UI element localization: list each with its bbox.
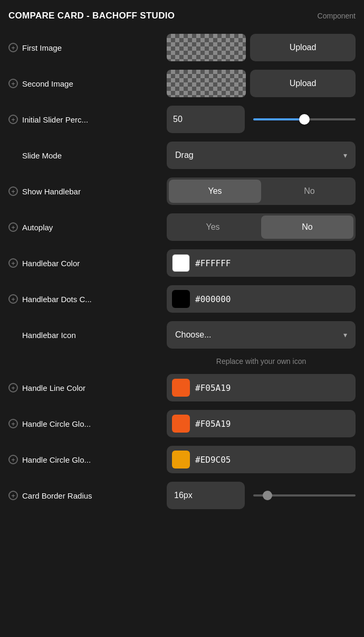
handlebar-color-plus-icon[interactable]: +: [8, 258, 18, 268]
handlebar-color-control: #FFFFFF: [167, 249, 356, 277]
initial-slider-plus-icon[interactable]: +: [8, 115, 18, 124]
slide-mode-control: Drag ▾: [167, 142, 356, 169]
handle-circle-glo1-label: + Handle Circle Glo...: [8, 419, 167, 428]
first-image-control: Upload: [167, 34, 356, 61]
show-handlebar-yes-button[interactable]: Yes: [169, 180, 261, 203]
handlebar-color-label: + Handlebar Color: [8, 258, 167, 268]
show-handlebar-no-button[interactable]: No: [263, 177, 356, 205]
first-image-label: + First Image: [8, 43, 167, 52]
handle-circle-glo1-control: #F05A19: [167, 410, 356, 437]
autoplay-toggle-group: Yes No: [167, 213, 356, 241]
handlebar-icon-value: Choose...: [175, 330, 211, 340]
handle-circle-glo2-label: + Handle Circle Glo...: [8, 455, 167, 464]
handlebar-icon-dropdown[interactable]: Choose... ▾: [167, 321, 356, 349]
slide-mode-chevron-down-icon: ▾: [343, 151, 347, 160]
show-handlebar-control: Yes No: [167, 177, 356, 205]
handlebar-dots-label-text: Handlebar Dots C...: [22, 295, 92, 304]
card-border-radius-plus-icon[interactable]: +: [8, 491, 18, 500]
handle-circle-glo2-plus-icon[interactable]: +: [8, 455, 18, 464]
handlebar-icon-row: Handlebar Icon Choose... ▾: [8, 321, 356, 349]
handle-circle-glo1-input-wrap: #F05A19: [167, 410, 356, 437]
handlebar-dots-label: + Handlebar Dots C...: [8, 294, 167, 304]
first-image-plus-icon[interactable]: +: [8, 43, 18, 52]
handlebar-color-value: #FFFFFF: [195, 258, 231, 268]
second-image-preview: [167, 70, 246, 97]
first-image-preview: [167, 34, 246, 61]
handlebar-dots-color-value: #000000: [195, 294, 231, 304]
icon-hint-text: Replace with your own icon: [8, 357, 356, 366]
handlebar-dots-plus-icon[interactable]: +: [8, 294, 18, 304]
second-image-label-text: Second Image: [22, 79, 73, 88]
handle-line-color-control: #F05A19: [167, 374, 356, 401]
card-border-radius-label-text: Card Border Radius: [22, 491, 92, 500]
handle-line-color-label-text: Handle Line Color: [22, 383, 85, 392]
handle-circle-glo1-swatch[interactable]: [172, 415, 190, 433]
initial-slider-track: [249, 118, 356, 120]
second-image-label: + Second Image: [8, 79, 167, 88]
show-handlebar-row: + Show Handlebar Yes No: [8, 177, 356, 205]
show-handlebar-plus-icon[interactable]: +: [8, 186, 18, 196]
handlebar-color-label-text: Handlebar Color: [22, 259, 80, 268]
header: COMPARE CARD - BACHOFF STUDIO Component: [8, 11, 356, 21]
initial-slider-input-wrap: ▲ ▼: [167, 106, 245, 133]
initial-slider-control: ▲ ▼: [167, 106, 356, 133]
handle-circle-glo2-input-wrap: #ED9C05: [167, 446, 356, 473]
show-handlebar-label-text: Show Handlebar: [22, 187, 81, 196]
handle-line-color-input-wrap: #F05A19: [167, 374, 356, 401]
card-border-radius-input[interactable]: [174, 491, 237, 500]
second-image-row: + Second Image Upload: [8, 70, 356, 97]
slide-mode-value: Drag: [175, 151, 194, 160]
handle-circle-glo2-value: #ED9C05: [195, 455, 231, 465]
component-badge: Component: [318, 12, 356, 20]
card-border-radius-row: + Card Border Radius: [8, 482, 356, 509]
handle-circle-glo1-plus-icon[interactable]: +: [8, 419, 18, 428]
handle-line-plus-icon[interactable]: +: [8, 383, 18, 392]
initial-slider-row: + Initial Slider Perc... ▲ ▼: [8, 106, 356, 133]
autoplay-label-text: Autoplay: [22, 223, 53, 232]
card-border-radius-input-wrap: [167, 482, 245, 509]
first-image-row: + First Image Upload: [8, 34, 356, 61]
initial-slider-input[interactable]: [167, 115, 245, 124]
handle-circle-glo2-label-text: Handle Circle Glo...: [22, 455, 91, 464]
show-handlebar-toggle-group: Yes No: [167, 177, 356, 205]
initial-slider-range[interactable]: [253, 118, 356, 120]
handlebar-color-row: + Handlebar Color #FFFFFF: [8, 249, 356, 277]
card-border-radius-label: + Card Border Radius: [8, 491, 167, 500]
first-image-label-text: First Image: [22, 43, 62, 52]
initial-slider-label-text: Initial Slider Perc...: [22, 115, 88, 124]
show-handlebar-label: + Show Handlebar: [8, 186, 167, 196]
handle-circle-glo1-row: + Handle Circle Glo... #F05A19: [8, 410, 356, 437]
handlebar-color-swatch[interactable]: [172, 254, 190, 272]
autoplay-plus-icon[interactable]: +: [8, 222, 18, 232]
handle-circle-glo2-row: + Handle Circle Glo... #ED9C05: [8, 446, 356, 473]
slide-mode-row: Slide Mode Drag ▾: [8, 142, 356, 169]
autoplay-yes-button[interactable]: Yes: [167, 213, 259, 241]
card-border-radius-slider-wrap: [249, 494, 356, 497]
handlebar-dots-color-swatch[interactable]: [172, 290, 190, 308]
handlebar-dots-control: #000000: [167, 285, 356, 313]
handle-line-color-swatch[interactable]: [172, 379, 190, 397]
page-title: COMPARE CARD - BACHOFF STUDIO: [8, 11, 175, 21]
handlebar-dots-input-wrap: #000000: [167, 285, 356, 313]
first-image-upload-button[interactable]: Upload: [250, 34, 356, 61]
handle-circle-glo1-label-text: Handle Circle Glo...: [22, 419, 91, 428]
autoplay-no-button[interactable]: No: [261, 216, 353, 239]
handlebar-icon-control: Choose... ▾: [167, 321, 356, 349]
handle-line-color-row: + Handle Line Color #F05A19: [8, 374, 356, 401]
handle-line-color-label: + Handle Line Color: [8, 383, 167, 392]
slide-mode-dropdown[interactable]: Drag ▾: [167, 142, 356, 169]
second-image-control: Upload: [167, 70, 356, 97]
handlebar-icon-chevron-down-icon: ▾: [343, 331, 347, 339]
second-image-upload-button[interactable]: Upload: [250, 70, 356, 97]
card-border-radius-slider[interactable]: [253, 494, 356, 497]
handlebar-icon-label: Handlebar Icon: [8, 331, 167, 340]
second-image-plus-icon[interactable]: +: [8, 79, 18, 88]
handlebar-dots-row: + Handlebar Dots C... #000000: [8, 285, 356, 313]
card-border-radius-control: [167, 482, 356, 509]
handle-circle-glo2-swatch[interactable]: [172, 451, 190, 469]
autoplay-row: + Autoplay Yes No: [8, 213, 356, 241]
handle-line-color-value: #F05A19: [195, 383, 231, 393]
autoplay-control: Yes No: [167, 213, 356, 241]
initial-slider-label: + Initial Slider Perc...: [8, 115, 167, 124]
handlebar-color-input-wrap: #FFFFFF: [167, 249, 356, 277]
